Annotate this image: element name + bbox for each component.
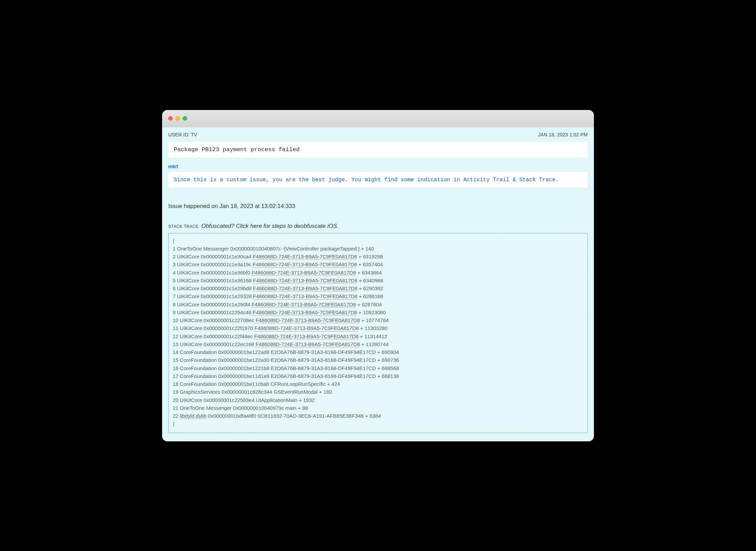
- minimize-icon[interactable]: [175, 116, 180, 121]
- hint-label: HINT: [168, 164, 588, 169]
- stack-line: 21 OneToOne Messenger 0x000000010040979c…: [173, 404, 583, 412]
- meta-row: USER ID: TV JAN 18, 2023 1:02 PM: [168, 132, 588, 137]
- error-message-box: Package PB123 payment process failed: [168, 142, 588, 158]
- stack-line: 9 UIKitCore 0x00000001c2294c48 F486088D-…: [173, 308, 583, 316]
- stack-line: 17 CoreFoundation 0x00000001be11d1e8 E2D…: [173, 372, 583, 380]
- stack-open-paren: (: [173, 237, 583, 245]
- close-icon[interactable]: [168, 116, 173, 121]
- stack-line: 6 UIKitCore 0x00000001c1e29bd8 F486088D-…: [173, 284, 583, 292]
- titlebar: [162, 110, 594, 127]
- stack-close-paren: ): [173, 420, 583, 428]
- stack-line: 12 UIKitCore 0x00000001c22f44ec F486088D…: [173, 332, 583, 340]
- stack-line: 1 OneToOne Messenger 0x000000010040807c …: [173, 245, 583, 253]
- stack-line: 7 UIKitCore 0x00000001c1e29328 F486088D-…: [173, 292, 583, 300]
- timestamp-label: JAN 18, 2023 1:02 PM: [538, 132, 588, 137]
- hint-box: Since this is a custom issue, you are th…: [168, 172, 588, 188]
- stack-line: 22 libdyld.dylib 0x00000001bdfa48f0 0CB1…: [173, 412, 583, 420]
- hint-text: Since this is a custom issue, you are th…: [174, 177, 559, 183]
- stack-line: 5 UIKitCore 0x00000001c1e36168 F486088D-…: [173, 277, 583, 284]
- stack-line: 8 UIKitCore 0x00000001c1e290f4 F486088D-…: [173, 301, 583, 308]
- stack-line: 11 UIKitCore 0x00000001c22f1970 F486088D…: [173, 324, 583, 332]
- stack-line: 3 UIKitCore 0x00000001c1e3a19c F486088D-…: [173, 260, 583, 268]
- error-message-text: Package PB123 payment process failed: [174, 146, 300, 153]
- stack-line: 2 UIKitCore 0x00000001c1e30ca4 F486088D-…: [173, 253, 583, 260]
- stack-line: 10 UIKitCore 0x00000001c22708ec F486088D…: [173, 316, 583, 324]
- content-area: USER ID: TV JAN 18, 2023 1:02 PM Package…: [162, 127, 594, 441]
- stack-line: 19 GraphicsServices 0x00000001c828c344 G…: [173, 388, 583, 396]
- deobfuscate-link[interactable]: Obfuscated? Click here for steps to deob…: [201, 223, 339, 230]
- stack-line: 18 CoreFoundation 0x00000001be11cba8 CFR…: [173, 380, 583, 388]
- issue-time-text: Issue happened on Jan 18, 2023 at 13:02:…: [168, 203, 588, 210]
- stack-line: 15 CoreFoundation 0x00000001be122a30 E2D…: [173, 356, 583, 364]
- user-id-label: USER ID: TV: [168, 132, 197, 137]
- stack-line: 14 CoreFoundation 0x00000001be122ad8 E2D…: [173, 348, 583, 356]
- stack-line: 20 UIKitCore 0x00000001c22583e4 UIApplic…: [173, 396, 583, 404]
- maximize-icon[interactable]: [183, 116, 187, 121]
- app-window: USER ID: TV JAN 18, 2023 1:02 PM Package…: [162, 110, 594, 441]
- stack-line: 13 UIKitCore 0x00000001c22ec168 F486088D…: [173, 340, 583, 348]
- stack-trace-box: ( 1 OneToOne Messenger 0x000000010040807…: [168, 233, 588, 433]
- stack-line: 16 CoreFoundation 0x00000001be1221b8 E2D…: [173, 364, 583, 372]
- stack-line: 4 UIKitCore 0x00000001c1e36bf0 F486088D-…: [173, 269, 583, 277]
- stack-header: STACK TRACE Obfuscated? Click here for s…: [168, 223, 588, 230]
- stack-trace-label: STACK TRACE: [168, 224, 198, 229]
